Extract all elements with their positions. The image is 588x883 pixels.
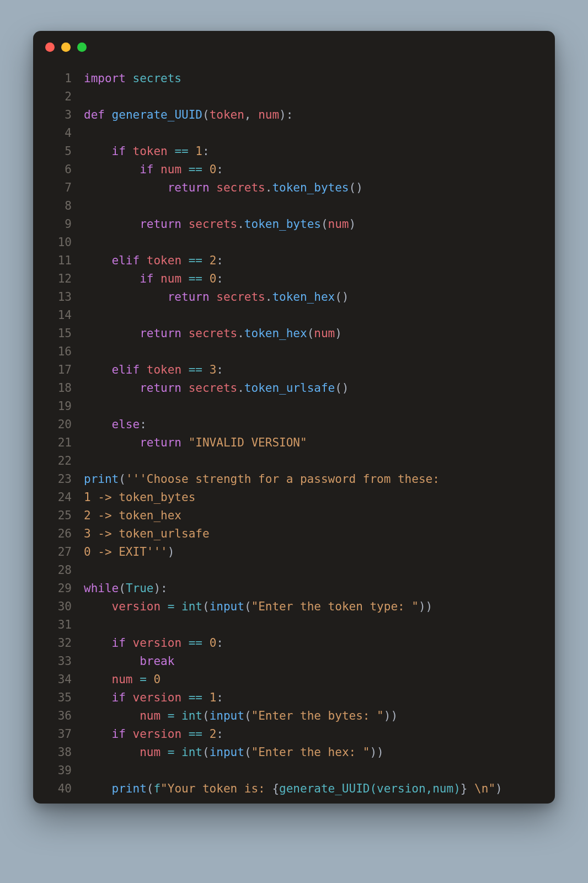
line-content: print('''Choose strength for a password … bbox=[84, 470, 440, 488]
token-str: "Enter the hex: " bbox=[252, 746, 370, 759]
token-kw: if bbox=[112, 727, 126, 741]
token-plain bbox=[105, 108, 112, 121]
code-line: 3def generate_UUID(token, num): bbox=[33, 106, 555, 124]
token-plain bbox=[84, 782, 112, 795]
token-var: version bbox=[133, 636, 182, 650]
line-number: 2 bbox=[33, 88, 84, 106]
token-op: = bbox=[168, 600, 175, 613]
token-fn: input bbox=[210, 709, 244, 722]
token-pun: . bbox=[237, 381, 244, 395]
token-kw: if bbox=[140, 163, 153, 176]
line-number: 20 bbox=[33, 416, 84, 434]
token-plain bbox=[126, 727, 133, 741]
token-fn: token_bytes bbox=[244, 217, 321, 231]
token-plain bbox=[181, 436, 189, 449]
code-line: 37 if version == 2: bbox=[33, 725, 555, 743]
token-plain bbox=[202, 636, 210, 650]
token-kw: if bbox=[112, 691, 126, 704]
code-line: 241 -> token_bytes bbox=[33, 488, 555, 507]
token-plain bbox=[181, 217, 189, 231]
line-number: 36 bbox=[33, 707, 84, 725]
token-plain bbox=[202, 272, 210, 285]
token-num: 0 bbox=[210, 636, 217, 650]
token-num: 1 bbox=[210, 691, 217, 704]
token-op: = bbox=[168, 746, 175, 759]
line-content: while(True): bbox=[84, 579, 168, 598]
token-num: 0 bbox=[210, 163, 217, 176]
line-content: 2 -> token_hex bbox=[84, 507, 181, 525]
token-kw: while bbox=[84, 582, 119, 595]
token-pun: ) bbox=[349, 217, 356, 231]
token-var: version bbox=[112, 600, 161, 613]
line-number: 40 bbox=[33, 780, 84, 798]
line-number: 34 bbox=[33, 671, 84, 689]
token-pun: ( bbox=[244, 709, 252, 722]
code-line: 2 bbox=[33, 88, 555, 106]
token-plain bbox=[181, 163, 189, 176]
token-plain bbox=[210, 290, 217, 304]
code-line: 31 bbox=[33, 616, 555, 634]
line-number: 6 bbox=[33, 161, 84, 179]
code-line: 32 if version == 0: bbox=[33, 634, 555, 652]
line-number: 1 bbox=[33, 70, 84, 88]
token-pun: ( bbox=[321, 217, 328, 231]
token-plain bbox=[202, 163, 210, 176]
line-content: def generate_UUID(token, num): bbox=[84, 106, 293, 124]
token-mod: int bbox=[181, 600, 202, 613]
token-var: num bbox=[314, 327, 335, 340]
token-pun: ): bbox=[279, 108, 293, 121]
token-plain bbox=[161, 746, 168, 759]
close-icon[interactable] bbox=[45, 42, 55, 52]
token-var: num bbox=[328, 217, 349, 231]
line-number: 37 bbox=[33, 725, 84, 743]
token-num: 1 bbox=[195, 145, 202, 158]
zoom-icon[interactable] bbox=[77, 42, 87, 52]
token-mod: secrets bbox=[133, 72, 182, 85]
token-var: token bbox=[147, 363, 181, 376]
token-plain bbox=[84, 217, 140, 231]
token-str: "Enter the token type: " bbox=[252, 600, 419, 613]
token-kw: return bbox=[140, 327, 181, 340]
line-content: return "INVALID VERSION" bbox=[84, 434, 307, 452]
line-number: 5 bbox=[33, 142, 84, 161]
token-plain bbox=[140, 363, 147, 376]
token-kw: if bbox=[112, 636, 126, 650]
code-line: 14 bbox=[33, 306, 555, 325]
line-number: 10 bbox=[33, 233, 84, 252]
token-plain bbox=[84, 145, 112, 158]
token-pun: : bbox=[216, 254, 223, 267]
token-plain bbox=[140, 254, 147, 267]
line-content: num = int(input("Enter the bytes: ")) bbox=[84, 707, 398, 725]
line-number: 17 bbox=[33, 361, 84, 379]
token-pun: ( bbox=[307, 327, 314, 340]
token-op: == bbox=[189, 254, 202, 267]
line-content: if version == 2: bbox=[84, 725, 223, 743]
token-var: secrets bbox=[189, 217, 238, 231]
token-plain bbox=[84, 691, 112, 704]
token-pun: ): bbox=[153, 582, 167, 595]
code-line: 270 -> EXIT''') bbox=[33, 543, 555, 561]
line-number: 32 bbox=[33, 634, 84, 652]
token-plain bbox=[181, 691, 189, 704]
line-content: return secrets.token_bytes() bbox=[84, 179, 363, 197]
token-plain bbox=[126, 72, 133, 85]
token-pun: : bbox=[216, 272, 223, 285]
token-fn: print bbox=[112, 782, 147, 795]
code-line: 4 bbox=[33, 124, 555, 142]
line-content: if version == 0: bbox=[84, 634, 223, 652]
token-fn: generate_UUID bbox=[112, 108, 202, 121]
minimize-icon[interactable] bbox=[61, 42, 71, 52]
token-plain bbox=[189, 145, 196, 158]
token-pun: : bbox=[216, 163, 223, 176]
code-line: 33 break bbox=[33, 652, 555, 671]
token-plain bbox=[84, 636, 112, 650]
line-content: else: bbox=[84, 416, 147, 434]
token-pun: ( bbox=[202, 709, 210, 722]
token-var: secrets bbox=[189, 327, 238, 340]
line-content: 1 -> token_bytes bbox=[84, 488, 195, 507]
token-var: num bbox=[258, 108, 279, 121]
token-kw: elif bbox=[112, 254, 140, 267]
line-number: 11 bbox=[33, 252, 84, 270]
token-plain bbox=[181, 363, 189, 376]
code-line: 22 bbox=[33, 452, 555, 470]
